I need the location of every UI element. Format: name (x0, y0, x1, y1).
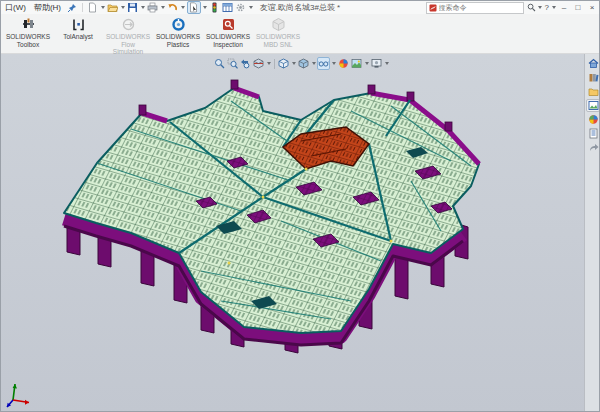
chevron-down-icon[interactable] (312, 62, 316, 65)
ribbon-tab-label: SOLIDWORKS (206, 33, 250, 41)
chevron-down-icon[interactable] (141, 6, 145, 9)
chevron-down-icon[interactable] (101, 6, 105, 9)
rebuild-traffic-light-button[interactable] (209, 2, 221, 13)
ribbon-tab-label: Flow (121, 41, 135, 49)
options-grid-button[interactable] (222, 2, 234, 13)
view-palette-tab[interactable] (586, 99, 600, 112)
pin-icon[interactable] (67, 3, 77, 13)
ribbon-tab-label: Plastics (167, 41, 189, 49)
ribbon-tab-label: SOLIDWORKS (256, 33, 300, 41)
triad-y-axis (13, 384, 17, 400)
zoom-to-area-button[interactable] (226, 57, 239, 70)
mbd-icon (271, 17, 286, 32)
chevron-down-icon[interactable] (203, 6, 207, 9)
ribbon-tab-plastics[interactable]: SOLIDWORKS Plastics (153, 16, 203, 48)
search-icon[interactable] (526, 3, 537, 12)
divider (82, 3, 83, 12)
save-button[interactable] (127, 2, 139, 13)
zoom-to-fit-button[interactable] (213, 57, 226, 70)
undo-button[interactable] (167, 2, 179, 13)
reference-triad (3, 378, 35, 410)
chevron-down-icon[interactable] (249, 6, 253, 9)
title-bar: 口(W) 帮助(H) 友谊.欧尚名城3#总装 * ? (1, 1, 599, 15)
ribbon-tab-label: TolAnalyst (63, 33, 93, 41)
file-explorer-tab[interactable] (586, 85, 600, 98)
chevron-down-icon[interactable] (552, 6, 556, 9)
appearances-tab[interactable] (586, 113, 600, 126)
home-tab[interactable] (586, 57, 600, 70)
triad-x-axis (13, 400, 29, 405)
graphics-viewport[interactable] (1, 54, 600, 412)
ribbon-tab-tolanalyst[interactable]: TolAnalyst (53, 16, 103, 41)
apply-scene-button[interactable] (350, 57, 363, 70)
solidworks-logo-icon (429, 4, 437, 12)
close-button[interactable]: × (585, 3, 599, 12)
chevron-down-icon[interactable] (161, 6, 165, 9)
menu-help[interactable]: 帮助(H) (30, 2, 65, 13)
view-settings-button[interactable] (370, 57, 383, 70)
plastics-icon (171, 17, 186, 32)
chevron-down-icon[interactable] (121, 6, 125, 9)
view-orientation-button[interactable] (277, 57, 290, 70)
divider (274, 59, 275, 69)
ribbon-tab-label: Inspection (213, 41, 243, 49)
ribbon-tab-label: SOLIDWORKS (156, 33, 200, 41)
section-view-button[interactable] (252, 57, 265, 70)
design-library-tab[interactable] (586, 71, 600, 84)
ribbon-tab-label: SOLIDWORKS (6, 33, 50, 41)
tolanalyst-icon (71, 17, 86, 32)
flow-simulation-icon (121, 17, 136, 32)
heads-up-toolbar (213, 57, 390, 70)
ribbon-tab-label: Toolbox (17, 41, 39, 49)
chevron-down-icon[interactable] (181, 6, 185, 9)
chevron-down-icon[interactable] (538, 6, 542, 9)
3d-model[interactable] (1, 54, 600, 412)
chevron-down-icon[interactable] (332, 62, 336, 65)
document-properties-tab[interactable] (586, 127, 600, 140)
search-box[interactable] (426, 2, 524, 14)
ribbon-tab-label: MBD SNL (264, 41, 293, 49)
chevron-down-icon[interactable] (292, 62, 296, 65)
hide-show-items-button[interactable] (317, 57, 330, 70)
edit-appearance-button[interactable] (337, 57, 350, 70)
settings-gear-button[interactable] (235, 2, 247, 13)
toolbox-icon (21, 17, 36, 32)
select-button[interactable] (187, 1, 201, 14)
new-document-button[interactable] (87, 2, 99, 13)
task-pane-strip (584, 54, 600, 412)
chevron-down-icon[interactable] (365, 62, 369, 65)
inspection-icon (221, 17, 236, 32)
open-button[interactable] (107, 2, 119, 13)
menu-window[interactable]: 口(W) (1, 2, 30, 13)
ribbon-tab-mbd-snl: SOLIDWORKS MBD SNL (253, 16, 303, 48)
previous-view-button[interactable] (239, 57, 252, 70)
solidworks-window: { "window": { "menu_items": ["口(W)", "帮助… (0, 0, 600, 412)
search-input[interactable] (439, 4, 521, 11)
ribbon-tab-flow-simulation: SOLIDWORKS Flow Simulation (103, 16, 153, 56)
chevron-down-icon[interactable] (385, 62, 389, 65)
ribbon-tab-label: SOLIDWORKS (106, 33, 150, 41)
share-tab[interactable] (586, 141, 600, 154)
ribbon-tab-inspection[interactable]: SOLIDWORKS Inspection (203, 16, 253, 48)
help-button[interactable]: ? (544, 3, 550, 12)
chevron-down-icon[interactable] (267, 62, 271, 65)
command-manager: SOLIDWORKS Toolbox TolAnalyst SOLIDWORKS… (1, 14, 599, 54)
minimize-button[interactable]: – (557, 3, 571, 12)
print-button[interactable] (147, 2, 159, 13)
restore-button[interactable]: □ (571, 3, 585, 12)
triad-z-axis (7, 400, 13, 407)
display-style-button[interactable] (297, 57, 310, 70)
ribbon-tab-solidworks-toolbox[interactable]: SOLIDWORKS Toolbox (3, 16, 53, 48)
